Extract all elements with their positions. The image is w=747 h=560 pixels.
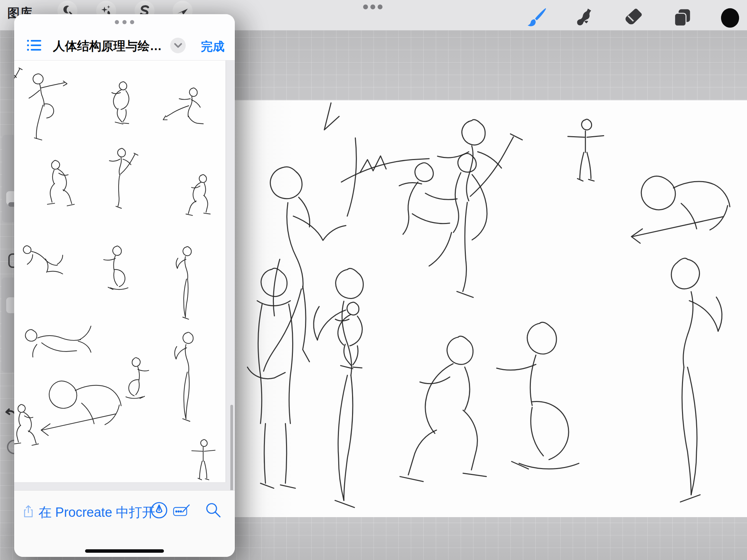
done-button[interactable]: 完成 [201,39,224,55]
panel-drag-handle[interactable] [115,20,134,24]
canvas-gesture-sketches [180,100,747,517]
pdf-page [14,60,225,482]
pdf-gesture-sketches [14,60,225,482]
markup-pen-icon[interactable] [150,501,168,520]
home-indicator[interactable] [85,549,164,553]
scrollbar-thumb[interactable] [230,405,233,490]
occluded-popup-fragment [2,135,16,222]
layers-icon[interactable] [670,6,694,29]
color-swatch[interactable] [718,6,742,29]
pdf-scroll-area[interactable] [14,60,235,490]
open-in-procreate-button[interactable]: 在 Procreate 中打开 [38,504,155,521]
multitask-handle[interactable] [363,4,382,9]
document-title[interactable]: 人体结构原理与绘… [53,38,174,54]
search-icon[interactable] [204,501,222,520]
procreate-canvas[interactable] [180,100,747,517]
eraser-icon[interactable] [621,6,645,29]
chevron-down-icon [174,43,182,48]
share-icon[interactable] [23,505,34,518]
brush-icon[interactable] [525,6,548,29]
smudge-icon[interactable] [573,6,597,29]
title-menu-button[interactable] [170,38,186,53]
panel-bottom-toolbar: 在 Procreate 中打开 [14,490,235,557]
ipad-screen: 图库 [0,0,747,560]
form-fill-icon[interactable] [173,501,191,520]
contents-list-icon[interactable] [27,38,42,52]
quicklook-pdf-panel: 人体结构原理与绘… 完成 在 Procreate 中打开 [14,14,235,557]
